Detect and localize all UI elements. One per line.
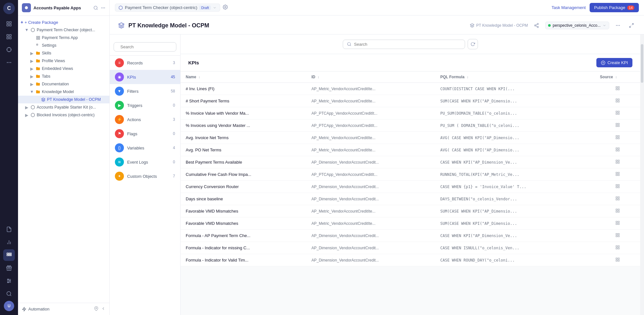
task-management-link[interactable]: Task Management [552,5,586,10]
document-nav-icon[interactable] [3,224,15,235]
cell-source[interactable] [595,230,640,242]
grid-icon[interactable] [3,18,15,30]
kpi-global-search-input[interactable] [354,42,461,47]
cell-source[interactable] [595,95,640,107]
user-avatar[interactable]: U [4,301,14,311]
col-id[interactable]: ID ↕ [306,72,435,83]
cell-source[interactable] [595,156,640,168]
search-nav-icon[interactable] [3,288,15,300]
cell-source[interactable] [595,193,640,205]
row-action-btn[interactable] [614,159,621,166]
svg-rect-1 [10,22,11,23]
nav-item-event-logs[interactable]: ≋ Event Logs 0 [110,155,180,169]
sidebar-item-pt-km[interactable]: PT Knowledge Model - OCPM [18,96,109,103]
expand-icon-btn[interactable] [627,21,636,30]
sidebar-item-payment-terms-app[interactable]: Payment Terms App [18,34,109,42]
cell-source[interactable] [595,168,640,181]
nav-item-actions[interactable]: ⚡ Actions 3 [110,112,180,127]
svg-rect-66 [618,111,619,112]
svg-marker-37 [23,307,26,311]
col-name[interactable]: Name ↕ [181,72,306,83]
cell-name: Favorable VMD Mismatches [181,205,306,217]
svg-rect-86 [618,172,619,174]
cell-source[interactable] [595,119,640,132]
svg-rect-113 [616,258,617,259]
row-action-btn[interactable] [614,98,621,104]
chart-nav-icon[interactable] [3,236,15,248]
create-kpi-btn[interactable]: Create KPI [596,58,632,67]
sidebar-item-ap-starter-kit[interactable]: ▶ Accounts Payable Starter Kit (o... [18,103,109,111]
settings-gear-btn[interactable] [223,5,228,11]
col-formula[interactable]: PQL Formula ↕ [435,72,595,83]
sidebar-item-skills[interactable]: ▶ Skills [18,49,109,57]
svg-rect-97 [616,209,617,210]
collapse-icon[interactable] [101,306,106,312]
scrollbar[interactable] [640,34,644,315]
dashboard-icon[interactable] [3,31,15,43]
row-action-btn[interactable] [614,257,621,263]
sidebar-item-settings[interactable]: Settings [18,42,109,49]
nav-item-variables[interactable]: {} Variables 4 [110,141,180,155]
publish-package-btn[interactable]: Publish Package 14 [590,3,639,12]
gift-nav-icon[interactable] [3,262,15,274]
sidebar-item-knowledge-model[interactable]: ▼ Knowledge Model [18,88,109,96]
cell-formula: CASE WHEN KPI("AP_Dimension_Ve... [435,230,595,242]
row-action-btn[interactable] [614,110,621,117]
cell-source[interactable] [595,83,640,95]
automation-btn[interactable]: Automation [22,307,50,311]
row-action-btn[interactable] [614,221,621,227]
row-action-btn[interactable] [614,172,621,178]
nav-item-kpis[interactable]: ◉ KPIs 45 [110,70,180,84]
row-action-btn[interactable] [614,196,621,202]
row-action-btn[interactable] [614,208,621,215]
sidebar-item-profile-views[interactable]: ▶ Profile Views [18,57,109,65]
col-source[interactable]: Source ↕ [595,72,640,83]
sidebar-item-tabs-label: Tabs [42,74,107,79]
svg-rect-72 [618,125,619,127]
breadcrumb: Payment Term Checker (object-centric) Dr… [115,4,548,12]
row-action-btn[interactable] [614,184,621,190]
sidebar-item-tabs[interactable]: ▶ Tabs [18,72,109,80]
search-input[interactable] [120,44,174,49]
breadcrumb-dropdown[interactable]: Payment Term Checker (object-centric) Dr… [115,4,220,12]
settings-nav-icon[interactable] [3,275,15,287]
sidebar-search-btn[interactable] [93,5,98,10]
sidebar-more-btn[interactable] [101,5,106,10]
cell-source[interactable] [595,132,640,144]
cell-source[interactable] [595,107,640,119]
nav-item-filters[interactable]: ▼ Filters 58 [110,84,180,98]
row-action-btn[interactable] [614,245,621,251]
cell-source[interactable] [595,144,640,156]
row-action-btn[interactable] [614,86,621,92]
row-action-btn[interactable] [614,147,621,153]
row-action-btn[interactable] [614,123,621,129]
more-options-btn[interactable] [613,21,623,30]
cell-source[interactable] [595,242,640,254]
cell-source[interactable] [595,181,640,193]
sidebar-item-embedded-views[interactable]: ▶ Embedded Views [18,65,109,72]
share-icon-btn[interactable] [532,21,541,30]
refresh-btn[interactable] [468,39,478,49]
sidebar-item-blocked-invoices[interactable]: ▶ Blocked Invoices (object-centric) [18,111,109,119]
nav-item-custom-objects[interactable]: ✦ Custom Objects 7 [110,169,180,183]
scrollbar-thumb[interactable] [641,44,643,83]
cell-name: # Short Payment Terms [181,95,306,107]
compass-icon[interactable] [3,44,15,55]
nav-item-icon-actions: ⚡ [115,115,124,124]
account-selector[interactable]: perspective_celonis_Acco... [545,22,609,29]
cell-source[interactable] [595,254,640,266]
apps-nav-icon[interactable] [3,249,15,261]
pin-icon[interactable] [94,306,98,312]
sidebar-item-pt-checker[interactable]: ▼ Payment Term Checker (object... [18,26,109,34]
cell-source[interactable] [595,217,640,230]
row-action-btn[interactable] [614,135,621,141]
create-package-btn[interactable]: + + Create Package [18,18,109,26]
cell-source[interactable] [595,205,640,217]
app-logo[interactable]: C [3,3,15,14]
nav-item-triggers[interactable]: ▶ Triggers 0 [110,98,180,112]
nav-item-records[interactable]: ≡ Records 3 [110,56,180,70]
nav-item-flags[interactable]: ⚑ Flags 0 [110,127,180,141]
more-dots-icon[interactable] [3,57,15,68]
row-action-btn[interactable] [614,233,621,239]
sidebar-item-documentation[interactable]: ▶ Documentation [18,80,109,88]
